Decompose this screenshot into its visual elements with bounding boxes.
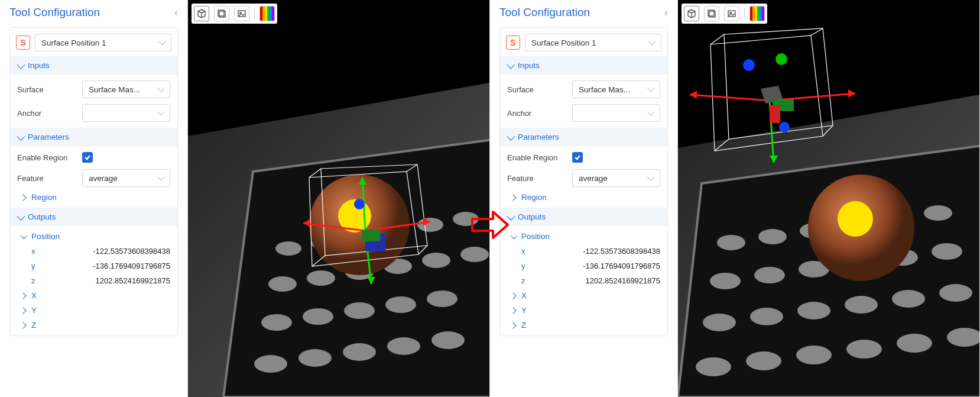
chevron-right-icon (20, 292, 26, 299)
tool-name: Surface Position 1 (41, 38, 106, 47)
anchor-select[interactable] (82, 104, 170, 122)
section-inputs-header[interactable]: Inputs (500, 56, 667, 75)
region-link[interactable]: Region (507, 193, 660, 202)
enable-region-label: Enable Region (17, 153, 82, 162)
section-parameters-header[interactable]: Parameters (10, 128, 177, 146)
svg-point-70 (845, 296, 878, 314)
svg-point-94 (775, 53, 787, 65)
chevron-right-icon (20, 307, 26, 314)
section-parameters-header[interactable]: Parameters (500, 128, 667, 146)
tool-card: S Surface Position 1 Inputs SurfaceSurfa… (499, 27, 668, 336)
svg-point-71 (892, 290, 925, 308)
collapse-panel-button[interactable]: ‹ (664, 7, 668, 19)
toolbar-separator (744, 8, 745, 20)
svg-point-80 (838, 201, 873, 237)
svg-point-74 (746, 351, 781, 370)
svg-point-61 (710, 273, 741, 289)
view-image-button[interactable] (724, 6, 739, 21)
svg-point-14 (307, 270, 335, 286)
feature-select[interactable]: average (572, 169, 660, 187)
svg-point-11 (417, 218, 443, 232)
output-Z-link[interactable]: Z (17, 321, 170, 330)
viewer-right[interactable] (678, 0, 979, 397)
view-layers-button[interactable] (214, 6, 229, 21)
svg-point-55 (717, 235, 745, 250)
view-layers-button[interactable] (704, 6, 719, 21)
output-X-link[interactable]: X (507, 291, 660, 300)
chevron-right-icon (510, 322, 516, 328)
chevron-down-icon (511, 232, 517, 238)
surface-label: Surface (507, 85, 572, 94)
svg-point-27 (387, 337, 420, 355)
chevron-right-icon (510, 292, 516, 299)
anchor-select[interactable] (572, 104, 660, 122)
section-outputs-header[interactable]: Outputs (500, 208, 667, 226)
chevron-down-icon (507, 132, 515, 140)
transition-arrow-icon (469, 207, 511, 245)
chevron-right-icon (510, 194, 516, 201)
view-image-button[interactable] (234, 6, 249, 21)
svg-point-60 (924, 205, 952, 221)
svg-point-19 (261, 314, 292, 331)
section-inputs-header[interactable]: Inputs (10, 56, 177, 75)
svg-point-45 (354, 199, 365, 209)
surface-label: Surface (17, 85, 82, 94)
tool-name: Surface Position 1 (531, 38, 596, 47)
position-y-row: y-136.17694091796875 (17, 262, 170, 270)
svg-rect-97 (770, 105, 780, 123)
scene-left[interactable] (188, 0, 489, 397)
svg-point-76 (846, 340, 882, 359)
section-outputs-header[interactable]: Outputs (10, 208, 177, 226)
tool-select[interactable]: Surface Position 1 (35, 34, 171, 51)
panel-title: Tool Configuration (9, 6, 100, 19)
colormap-button[interactable] (259, 6, 275, 21)
surface-select[interactable]: Surface Mas... (572, 80, 660, 98)
viewer-left[interactable] (188, 0, 489, 397)
output-Z-link[interactable]: Z (507, 321, 660, 330)
output-X-link[interactable]: X (17, 291, 170, 300)
tool-config-panel: Tool Configuration ‹ S Surface Position … (490, 0, 678, 397)
scene-right[interactable] (678, 0, 979, 397)
surface-select[interactable]: Surface Mas... (82, 80, 170, 98)
svg-point-68 (750, 308, 783, 325)
svg-point-77 (897, 334, 932, 353)
svg-point-24 (254, 355, 287, 373)
colormap-button[interactable] (749, 6, 765, 21)
region-link[interactable]: Region (17, 193, 170, 202)
enable-region-checkbox[interactable] (82, 152, 93, 163)
svg-point-69 (797, 302, 830, 319)
svg-point-75 (796, 346, 832, 364)
view-3d-button[interactable] (194, 6, 209, 21)
output-Y-link[interactable]: Y (17, 306, 170, 315)
chevron-right-icon (510, 307, 516, 314)
toolbar-separator (254, 8, 255, 20)
feature-select[interactable]: average (82, 169, 170, 187)
tool-config-panel: Tool Configuration ‹ S Surface Position … (0, 0, 188, 397)
enable-region-checkbox[interactable] (572, 152, 583, 163)
svg-point-22 (385, 296, 416, 313)
tool-select[interactable]: Surface Position 1 (525, 34, 661, 51)
output-Y-link[interactable]: Y (507, 306, 660, 315)
enable-region-label: Enable Region (507, 153, 572, 162)
section-parameters-label: Parameters (28, 133, 69, 141)
svg-point-28 (431, 331, 465, 349)
tool-badge: S (16, 35, 30, 50)
chevron-right-icon (20, 194, 26, 201)
svg-point-67 (703, 314, 736, 331)
svg-point-72 (939, 284, 972, 302)
svg-point-26 (343, 343, 376, 361)
position-x-row: x-122.53573608398438 (507, 247, 660, 256)
view-3d-button[interactable] (684, 6, 699, 21)
collapse-panel-button[interactable]: ‹ (174, 7, 178, 19)
chevron-down-icon (507, 60, 515, 69)
feature-label: Feature (507, 174, 572, 183)
svg-point-98 (779, 122, 790, 133)
section-inputs-label: Inputs (28, 61, 50, 70)
position-z-row: z1202.8524169921875 (17, 276, 170, 285)
position-header[interactable]: Position (507, 232, 660, 241)
svg-point-21 (344, 302, 375, 319)
position-header[interactable]: Position (17, 232, 170, 241)
svg-rect-47 (362, 230, 380, 241)
svg-point-7 (275, 241, 301, 256)
svg-point-73 (696, 357, 731, 376)
